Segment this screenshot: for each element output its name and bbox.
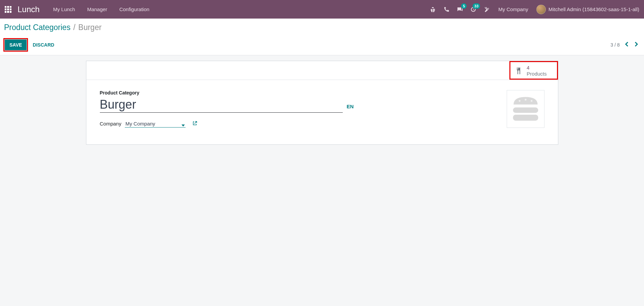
products-stat-button[interactable]: 4 Products	[510, 62, 557, 80]
burger-placeholder-icon	[510, 95, 541, 122]
pager-next[interactable]	[634, 42, 639, 48]
save-button[interactable]: SAVE	[5, 39, 27, 50]
user-menu[interactable]: Mitchell Admin (15843602-saas-15-1-all)	[536, 5, 639, 14]
pager: 3 / 8	[611, 42, 639, 48]
tools-icon[interactable]	[483, 6, 490, 13]
breadcrumb: Product Categories / Burger	[4, 23, 639, 33]
top-nav: Lunch My Lunch Manager Configuration 5 3…	[0, 0, 644, 19]
stat-count: 4	[527, 65, 547, 71]
svg-rect-3	[513, 107, 538, 113]
activities-badge: 33	[473, 3, 480, 9]
breadcrumb-current: Burger	[78, 23, 102, 32]
svg-point-0	[519, 100, 520, 102]
form-sheet: 4 Products Product Category EN Company	[86, 61, 558, 145]
company-input[interactable]	[125, 120, 186, 128]
svg-point-1	[525, 99, 526, 101]
control-panel: Product Categories / Burger SAVE DISCARD…	[0, 19, 644, 55]
messaging-icon[interactable]: 5	[456, 6, 463, 13]
highlight-save: SAVE	[3, 38, 28, 52]
nav-menu: My Lunch Manager Configuration	[53, 6, 149, 12]
translate-button[interactable]: EN	[347, 104, 354, 113]
username: Mitchell Admin (15843602-saas-15-1-all)	[549, 6, 639, 12]
breadcrumb-parent[interactable]: Product Categories	[4, 23, 71, 32]
activities-icon[interactable]: 33	[470, 6, 477, 13]
form-wrapper: 4 Products Product Category EN Company	[0, 55, 644, 150]
breadcrumb-sep: /	[73, 23, 75, 32]
avatar	[536, 5, 546, 14]
stat-text: 4 Products	[527, 65, 547, 77]
systray: 5 33	[429, 6, 490, 13]
external-link-icon[interactable]	[192, 121, 197, 127]
title-label: Product Category	[100, 90, 544, 95]
button-box: 4 Products	[86, 61, 558, 80]
bug-icon[interactable]	[429, 6, 436, 13]
discard-button[interactable]: DISCARD	[28, 39, 59, 50]
pager-prev[interactable]	[624, 42, 629, 48]
category-image[interactable]	[507, 90, 544, 128]
apps-icon[interactable]	[5, 6, 11, 13]
messaging-badge: 5	[461, 3, 467, 9]
phone-icon[interactable]	[443, 6, 450, 13]
pager-text: 3 / 8	[611, 42, 620, 48]
cutlery-icon	[514, 67, 523, 75]
app-brand[interactable]: Lunch	[18, 5, 39, 14]
company-label: Company	[100, 121, 121, 127]
svg-point-2	[531, 100, 532, 102]
nav-configuration[interactable]: Configuration	[119, 6, 149, 12]
highlight-products: 4 Products	[509, 61, 558, 80]
stat-label: Products	[527, 71, 547, 77]
svg-rect-4	[513, 115, 538, 121]
category-name-input[interactable]	[100, 98, 343, 113]
company-switcher[interactable]: My Company	[498, 6, 528, 12]
nav-manager[interactable]: Manager	[87, 6, 107, 12]
nav-my-lunch[interactable]: My Lunch	[53, 6, 75, 12]
